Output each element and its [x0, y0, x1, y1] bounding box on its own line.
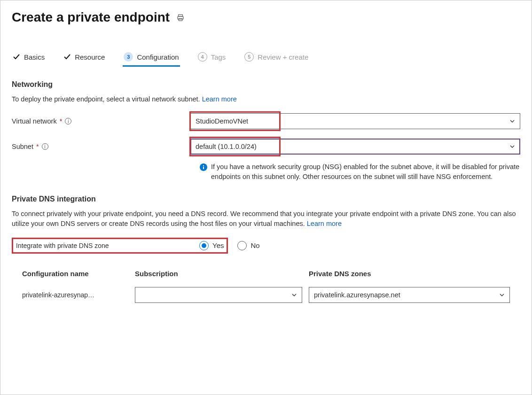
- chevron-down-icon: [499, 292, 505, 298]
- dns-zones-table: Configuration name Subscription Private …: [12, 265, 520, 308]
- networking-desc: To deploy the private endpoint, select a…: [12, 94, 520, 104]
- radio-label: No: [250, 241, 259, 249]
- tab-label: Basics: [24, 53, 45, 61]
- tab-label: Tags: [211, 53, 226, 61]
- tab-label: Review + create: [258, 53, 308, 61]
- tab-basics[interactable]: Basics: [12, 50, 46, 66]
- subnet-label: Subnet: [12, 143, 33, 150]
- networking-heading: Networking: [12, 80, 520, 89]
- cell-config-name: privatelink-azuresynap…: [22, 291, 135, 299]
- tab-label: Resource: [75, 53, 105, 61]
- radio-yes[interactable]: Yes: [199, 241, 224, 250]
- tab-review-create[interactable]: 5 Review + create: [243, 49, 309, 66]
- radio-button[interactable]: [237, 241, 247, 250]
- row-integrate-dns: Integrate with private DNS zone Yes No: [12, 238, 520, 254]
- print-icon[interactable]: [176, 13, 185, 23]
- table-row: privatelink-azuresynap… privatelink.azur…: [12, 282, 520, 308]
- th-config-name: Configuration name: [22, 270, 135, 278]
- vnet-value: StudioDemoVNet: [196, 117, 248, 125]
- chevron-down-icon: [509, 144, 515, 149]
- step-number: 3: [124, 52, 133, 62]
- check-icon: [63, 53, 71, 61]
- radio-no[interactable]: No: [237, 241, 259, 250]
- dns-zone-value: privatelink.azuresynapse.net: [314, 291, 400, 299]
- required-asterisk: *: [36, 143, 39, 150]
- chevron-down-icon: [509, 118, 515, 124]
- section-dns: Private DNS integration To connect priva…: [12, 195, 520, 308]
- integrate-label: Integrate with private DNS zone: [16, 242, 109, 249]
- tab-tags[interactable]: 4 Tags: [197, 49, 227, 66]
- svg-rect-5: [203, 165, 204, 166]
- svg-rect-4: [203, 167, 204, 169]
- vnet-label: Virtual network: [12, 117, 57, 125]
- check-icon: [13, 53, 20, 61]
- nsg-info-text: If you have a network security group (NS…: [211, 162, 520, 182]
- svg-rect-2: [179, 18, 182, 21]
- page-header: Create a private endpoint: [12, 10, 520, 25]
- th-subscription: Subscription: [135, 270, 309, 278]
- page-title: Create a private endpoint: [12, 10, 170, 25]
- wizard-tabs: Basics Resource 3 Configuration 4 Tags 5…: [12, 49, 520, 66]
- learn-more-link[interactable]: Learn more: [202, 95, 237, 103]
- chevron-down-icon: [291, 292, 297, 298]
- dns-zone-select[interactable]: privatelink.azuresynapse.net: [309, 287, 510, 303]
- step-number: 4: [198, 52, 207, 62]
- section-networking: Networking To deploy the private endpoin…: [12, 80, 520, 182]
- vnet-select[interactable]: StudioDemoVNet: [190, 113, 520, 129]
- tab-label: Configuration: [137, 53, 179, 61]
- subnet-value: default (10.1.0.0/24): [196, 143, 257, 150]
- dns-heading: Private DNS integration: [12, 195, 520, 203]
- tab-configuration[interactable]: 3 Configuration: [123, 49, 180, 66]
- highlight-dns-integrate: Integrate with private DNS zone Yes: [12, 238, 228, 254]
- step-number: 5: [244, 52, 254, 62]
- th-dns-zones: Private DNS zones: [309, 270, 510, 278]
- dns-desc: To connect privately with your private e…: [12, 209, 520, 228]
- row-virtual-network: Virtual network * i StudioDemoVNet: [12, 113, 520, 129]
- info-icon[interactable]: i: [42, 143, 48, 150]
- radio-button[interactable]: [199, 241, 209, 250]
- info-icon: [200, 163, 207, 171]
- nsg-info-row: If you have a network security group (NS…: [200, 162, 520, 182]
- learn-more-link[interactable]: Learn more: [307, 220, 342, 227]
- tab-resource[interactable]: Resource: [63, 50, 106, 66]
- info-icon[interactable]: i: [65, 118, 71, 124]
- subscription-select[interactable]: [135, 287, 302, 303]
- required-asterisk: *: [60, 117, 63, 125]
- row-subnet: Subnet * i default (10.1.0.0/24): [12, 139, 520, 155]
- table-header-row: Configuration name Subscription Private …: [12, 265, 520, 282]
- radio-label: Yes: [212, 241, 224, 249]
- subnet-select[interactable]: default (10.1.0.0/24): [190, 139, 520, 155]
